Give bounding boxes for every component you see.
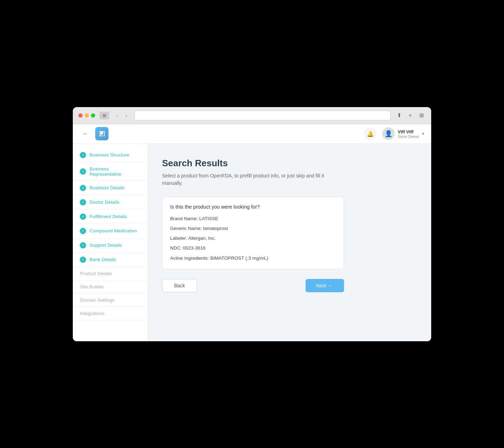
sidebar-item-label: Business Representative [90,166,141,177]
brand-name-label: Brand Name: [170,216,199,221]
traffic-light-red[interactable] [78,113,83,118]
sidebar-item-label: Business Structure [90,152,129,158]
sidebar-item-label: Domain Settings [80,298,114,303]
active-ingredients-row: Active Ingredients: BIMATOPROST (.3 mg/m… [170,255,336,262]
topbar-left: ← 📊 [80,127,108,140]
sidebar: ✓ Business Structure ✓ Business Represen… [73,144,148,341]
page-title: Search Results [162,158,344,169]
check-icon: ✓ [80,257,86,263]
next-button[interactable]: Next → [306,279,344,292]
generic-name-value: bimatoprost [203,226,228,231]
traffic-lights [78,113,95,118]
brand-name-value: LATISSE [199,216,218,221]
page-subtitle: Select a product from OpenFDA, to prefil… [162,172,344,187]
avatar: 👤 [382,127,395,140]
app-container: ← 📊 🔔 👤 Viff Viff Store Owner ▾ [73,124,431,341]
user-name: Viff Viff [398,129,419,134]
sidebar-item-label: Support Details [90,243,122,248]
labeler-row: Labeler: Allergan, Inc. [170,235,336,242]
generic-name-label: Generic Name: [170,226,203,231]
check-icon: ✓ [80,152,86,158]
ndc-label: NDC: [170,245,183,251]
user-info[interactable]: 👤 Viff Viff Store Owner ▾ [382,127,424,140]
sidebar-item-label: Compound Medication [90,228,137,233]
sidebar-toggle-btn[interactable]: ⊞ [99,112,109,119]
new-tab-icon[interactable]: + [406,111,414,120]
sidebar-item-integrations[interactable]: Integrations [73,307,148,320]
sidebar-item-label: Bank Details [90,257,116,262]
browser-chrome: ⊞ ‹ › ⬆ + ⊞ [73,107,431,124]
ndc-value: 0023-3616 [183,245,206,251]
active-ingredients-value: BIMATOPROST (.3 mg/mL) [210,255,268,261]
labeler-label: Labeler: [170,236,188,241]
grid-icon[interactable]: ⊞ [417,111,426,120]
nav-back-arrow[interactable]: ‹ [113,112,121,119]
actions-row: Back Next → [162,279,344,292]
app-logo: 📊 [95,127,108,140]
sidebar-item-site-builder[interactable]: Site Builder [73,280,148,294]
app-topbar: ← 📊 🔔 👤 Viff Viff Store Owner ▾ [73,124,431,144]
sidebar-item-label: Doctor Details [90,200,119,205]
ndc-row: NDC: 0023-3616 [170,245,336,252]
sidebar-item-doctor-details[interactable]: ✓ Doctor Details [73,195,148,210]
sidebar-item-label: Integrations [80,311,105,316]
check-icon: ✓ [80,185,86,191]
user-text: Viff Viff Store Owner [398,129,419,139]
url-bar[interactable] [134,111,391,120]
brand-name-row: Brand Name: LATISSE [170,215,336,222]
check-icon: ✓ [80,228,86,234]
traffic-light-green[interactable] [91,113,95,118]
user-role: Store Owner [398,134,419,139]
sidebar-item-label: Business Details [90,185,125,190]
logo-icon: 📊 [99,131,105,136]
sidebar-item-compound-medication[interactable]: ✓ Compound Medication [73,224,148,238]
check-icon: ✓ [80,168,86,175]
sidebar-item-bank-details[interactable]: ✓ Bank Details [73,253,148,267]
product-card-question: Is this the product you were looking for… [170,204,336,210]
search-results-section: Search Results Select a product from Ope… [162,158,344,292]
sidebar-item-product-details[interactable]: Product Details [73,267,148,280]
share-icon[interactable]: ⬆ [395,111,403,120]
back-button[interactable]: Back [162,279,197,292]
nav-arrows: ‹ › [113,112,130,119]
next-button-label: Next → [316,283,332,288]
app-body: ✓ Business Structure ✓ Business Represen… [73,144,431,341]
generic-name-row: Generic Name: bimatoprost [170,225,336,232]
sidebar-item-domain-settings[interactable]: Domain Settings [73,294,148,307]
check-icon: ✓ [80,242,86,248]
chevron-down-icon: ▾ [422,131,424,136]
browser-actions: ⬆ + ⊞ [395,111,426,120]
browser-controls: ⊞ [99,112,109,119]
check-icon: ✓ [80,199,86,205]
sidebar-item-business-representative[interactable]: ✓ Business Representative [73,162,148,181]
notifications-btn[interactable]: 🔔 [364,127,377,140]
main-content: Search Results Select a product from Ope… [148,144,431,341]
labeler-value: Allergan, Inc. [188,236,216,241]
sidebar-item-support-details[interactable]: ✓ Support Details [73,238,148,253]
sidebar-item-business-details[interactable]: ✓ Business Details [73,181,148,195]
sidebar-item-label: Site Builder [80,284,104,289]
sidebar-item-label: Fulfillment Details [90,214,127,219]
check-icon: ✓ [80,214,86,220]
product-card: Is this the product you were looking for… [162,197,344,269]
traffic-light-yellow[interactable] [85,113,89,118]
topbar-right: 🔔 👤 Viff Viff Store Owner ▾ [364,127,424,140]
nav-forward-arrow[interactable]: › [122,112,130,119]
back-navigation-btn[interactable]: ← [80,128,91,139]
sidebar-item-fulfillment-details[interactable]: ✓ Fulfillment Details [73,210,148,224]
sidebar-item-label: Product Details [80,271,112,276]
active-ingredients-label: Active Ingredients: [170,255,210,261]
browser-window: ⊞ ‹ › ⬆ + ⊞ ← 📊 🔔 👤 [73,107,431,341]
sidebar-item-business-structure[interactable]: ✓ Business Structure [73,148,148,162]
